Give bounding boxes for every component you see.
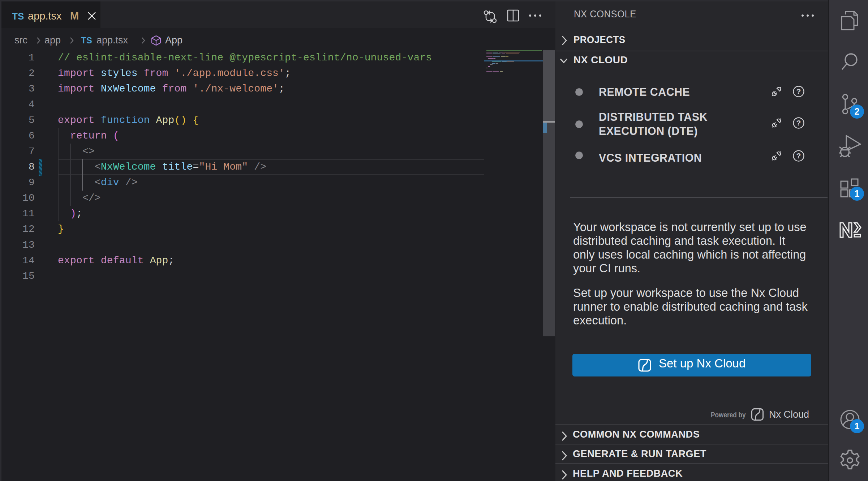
svg-text:?: ? [796, 87, 801, 95]
svg-text:?: ? [796, 152, 801, 160]
svg-text:?: ? [796, 119, 801, 127]
